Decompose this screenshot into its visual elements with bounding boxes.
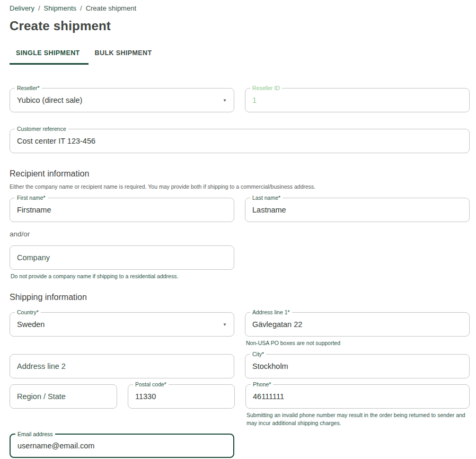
last-name-field: Last name* — [245, 198, 470, 222]
email-input[interactable] — [11, 442, 233, 450]
breadcrumb-separator: / — [80, 4, 82, 12]
customer-reference-field: Customer reference — [10, 129, 470, 153]
last-name-label: Last name* — [250, 195, 283, 201]
address-line-1-field: Address line 1* — [245, 312, 470, 337]
chevron-down-icon: ▼ — [223, 98, 227, 103]
company-field — [10, 245, 234, 270]
tab-bulk-shipment[interactable]: BULK SHIPMENT — [89, 49, 161, 65]
reseller-label: Reseller* — [15, 85, 42, 92]
reseller-select[interactable]: Reseller* Yubico (direct sale) ▼ — [10, 88, 234, 112]
postal-code-input[interactable] — [128, 392, 234, 401]
address-line-1-helper: Non-USA PO boxes are not supported — [246, 339, 470, 347]
first-name-input[interactable] — [10, 206, 234, 214]
postal-code-label: Postal code* — [133, 381, 169, 388]
breadcrumb: Delivery / Shipments / Create shipment — [10, 4, 470, 12]
region-state-input[interactable] — [10, 392, 117, 401]
create-shipment-form: Reseller* Yubico (direct sale) ▼ Reselle… — [10, 88, 470, 458]
address-line-2-input[interactable] — [10, 362, 234, 370]
email-field: Email address — [10, 434, 234, 458]
email-label: Email address — [15, 431, 55, 438]
reseller-id-value: 1 — [245, 96, 257, 104]
country-value: Sweden — [10, 320, 45, 329]
company-helper: Do not provide a company name if shippin… — [11, 272, 234, 280]
country-select[interactable]: Country* Sweden ▼ — [10, 312, 234, 337]
recipient-section-helper: Either the company name or recipient nam… — [10, 183, 470, 190]
last-name-input[interactable] — [245, 206, 469, 214]
recipient-section-header: Recipient information Either the company… — [10, 169, 470, 190]
city-field: City* — [245, 354, 470, 378]
city-label: City* — [250, 351, 266, 358]
shipping-section-title: Shipping information — [10, 293, 470, 302]
region-state-field — [10, 384, 117, 409]
shipment-tabs: SINGLE SHIPMENT BULK SHIPMENT — [10, 49, 470, 65]
breadcrumb-link-delivery[interactable]: Delivery — [10, 4, 34, 12]
customer-reference-label: Customer reference — [15, 126, 68, 133]
phone-label: Phone* — [251, 381, 273, 388]
postal-code-field: Postal code* — [128, 384, 235, 409]
city-input[interactable] — [245, 362, 469, 370]
first-name-label: First name* — [15, 195, 48, 201]
reseller-id-label: Reseller ID — [250, 85, 282, 92]
reseller-id-field: Reseller ID 1 — [245, 88, 470, 112]
customer-reference-input[interactable] — [10, 137, 469, 145]
phone-input[interactable] — [246, 392, 469, 401]
country-label: Country* — [15, 309, 41, 316]
address-line-2-field — [10, 354, 234, 378]
tab-single-shipment[interactable]: SINGLE SHIPMENT — [10, 49, 89, 65]
shipping-section-header: Shipping information — [10, 293, 470, 302]
breadcrumb-link-shipments[interactable]: Shipments — [44, 4, 76, 12]
address-line-1-input[interactable] — [245, 320, 469, 329]
chevron-down-icon: ▼ — [223, 322, 227, 327]
first-name-field: First name* — [10, 198, 234, 222]
page-title: Create shipment — [10, 19, 470, 33]
company-input[interactable] — [10, 253, 234, 262]
create-shipment-page: Delivery / Shipments / Create shipment C… — [0, 0, 476, 458]
recipient-section-title: Recipient information — [10, 169, 470, 179]
and-or-text: and/or — [10, 230, 470, 238]
breadcrumb-current: Create shipment — [86, 4, 136, 12]
phone-helper: Submitting an invalid phone number may r… — [246, 411, 470, 427]
reseller-value: Yubico (direct sale) — [10, 96, 82, 104]
phone-field: Phone* — [245, 384, 470, 409]
breadcrumb-separator: / — [38, 4, 40, 12]
address-line-1-label: Address line 1* — [250, 309, 292, 316]
